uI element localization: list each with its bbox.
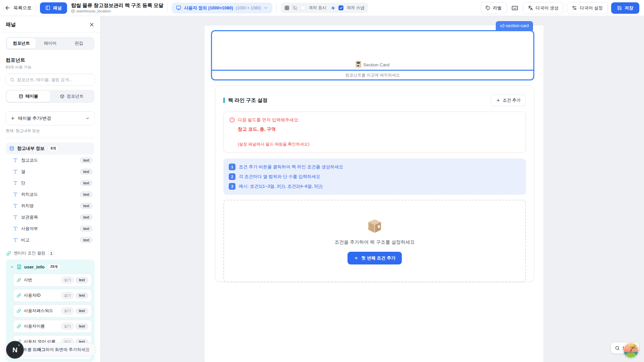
join-group-header[interactable]: user_info 29개 xyxy=(8,262,92,274)
drop-zone-hint[interactable]: 컴포넌트를 이곳에 배치하세요 xyxy=(212,71,533,79)
field-type-badge: text xyxy=(80,203,93,209)
required-fields-warning: 다음 필드를 먼저 입력해주세요: 창고 코드, 층, 구역 (설정 패널에서 … xyxy=(223,112,526,153)
divider xyxy=(36,4,36,12)
box-icon xyxy=(60,94,64,99)
field-row[interactable]: 보관품목 text xyxy=(6,212,95,223)
instruction-step: 3 예시: 조건1(1~3열, 3단), 조건2(4~6열, 5단) xyxy=(229,183,521,190)
eye-off-icon xyxy=(292,5,298,10)
field-row[interactable]: 열 text xyxy=(6,166,95,177)
tab-edit[interactable]: 편집 xyxy=(64,38,93,49)
grid-snap-checkbox[interactable] xyxy=(338,5,343,10)
viewport-select[interactable]: 사용자 정의 (1000×1080) (1000 × 1080) xyxy=(172,3,272,13)
empty-state-message: 조건을 추가하여 렉 구조를 설정하세요 xyxy=(334,239,415,245)
type-text-icon xyxy=(13,192,18,197)
alert-circle-icon xyxy=(229,117,235,123)
section-card-component[interactable]: Section Card 컴포넌트를 이곳에 배치하세요 xyxy=(211,30,534,80)
grid-show-label: 격자 표시 xyxy=(309,5,326,11)
type-text-icon xyxy=(13,169,18,174)
search-icon xyxy=(10,77,14,82)
link-icon xyxy=(17,309,21,313)
divider xyxy=(276,4,277,12)
join-field-row[interactable]: 사용자ID 읽기text xyxy=(13,289,92,302)
keyboard-shortcuts-button[interactable] xyxy=(510,3,520,13)
component-tag: v2-section-card xyxy=(496,21,533,31)
field-type-badge: text xyxy=(75,308,88,314)
sidebar-title: 패널 xyxy=(6,21,16,28)
type-text-icon xyxy=(13,215,18,220)
join-columns-header: 엔티티 조인 컬럼 1 xyxy=(6,250,94,256)
database-icon xyxy=(19,94,23,99)
warning-note: (설정 패널에서 필드 매핑을 확인하세요) xyxy=(238,141,520,147)
divider xyxy=(167,4,168,12)
conditions-empty-state: 조건을 추가하여 렉 구조를 설정하세요 첫 번째 조건 추가 xyxy=(223,200,526,282)
add-first-condition-button[interactable]: 첫 번째 조건 추가 xyxy=(347,252,402,264)
tag-icon xyxy=(486,6,490,10)
building-icon xyxy=(17,264,21,269)
field-type-badge: text xyxy=(75,293,88,299)
plus-icon xyxy=(10,116,15,121)
magnifier-icon xyxy=(615,346,620,351)
database-icon xyxy=(9,146,14,151)
rack-structure-card: 렉 라인 구조 설정 조건 추가 다음 필드를 먼저 입력해주세요: 창고 코드… xyxy=(215,85,534,282)
field-row[interactable]: 사용여부 text xyxy=(6,223,95,234)
join-field-row[interactable]: 사용자이름 읽기text xyxy=(13,320,92,333)
field-row[interactable]: 창고코드 text xyxy=(6,155,95,166)
page-title: 탑씰 물류 창고정보관리 렉 구조 등록 모달 xyxy=(71,2,163,8)
toggle-components[interactable]: 컴포넌트 xyxy=(50,91,94,102)
search-input[interactable] xyxy=(17,77,91,82)
field-type-badge: text xyxy=(80,157,93,163)
accent-bar xyxy=(223,98,225,103)
field-row[interactable]: 위치코드 text xyxy=(6,189,95,200)
grid-snap-label: 격자 스냅 xyxy=(346,5,364,11)
plus-icon xyxy=(496,98,500,103)
join-group-name: user_info xyxy=(24,264,45,269)
field-type-badge: text xyxy=(80,214,93,220)
join-field-row[interactable]: 사용자패스워드 읽기text xyxy=(13,304,92,317)
table-group-row[interactable]: 창고내부 정보 8개 xyxy=(6,142,95,155)
grid-controls: 격자 표시 격자 스냅 xyxy=(281,3,368,13)
panel-sidebar: 패널 컴포넌트 레이어 편집 컴포넌트 83개 사용 가능 테이블 xyxy=(0,16,101,362)
field-row[interactable]: 단 text xyxy=(6,177,95,189)
viewport-size: (1000 × 1080) xyxy=(236,6,261,10)
field-row[interactable]: 비고 text xyxy=(6,234,95,246)
current-table-note: 현재: 창고내부 정보 xyxy=(6,128,95,133)
join-field-row[interactable]: 사번 읽기text xyxy=(13,274,92,287)
tab-layers[interactable]: 레이어 xyxy=(36,38,65,49)
chevron-down-icon xyxy=(264,6,268,10)
n-logo-badge[interactable]: N xyxy=(6,341,24,359)
tab-components[interactable]: 컴포넌트 xyxy=(7,38,36,49)
label-button[interactable]: 라벨 xyxy=(481,2,507,14)
toggle-tables[interactable]: 테이블 xyxy=(7,91,50,102)
step-number: 3 xyxy=(229,183,235,190)
panel-toggle-button[interactable]: 패널 xyxy=(40,2,67,14)
instruction-step: 1 조건 추가 버튼을 클릭하여 렉 라인 조건을 생성하세요 xyxy=(229,164,521,170)
i18n-settings-button[interactable]: 다국어 설정 xyxy=(567,2,608,14)
back-to-list-button[interactable]: 목록으로 xyxy=(5,5,32,11)
access-badge: 읽기 xyxy=(61,323,74,330)
topbar: 목록으로 패널 탑씰 물류 창고정보관리 렉 구조 등록 모달 warehous… xyxy=(0,0,644,16)
grid-show-checkbox[interactable] xyxy=(301,5,306,10)
package-icon xyxy=(366,218,383,234)
design-canvas[interactable]: v2-section-card Section Card 컴포넌트를 이곳에 배… xyxy=(205,25,543,362)
table-group-name: 창고내부 정보 xyxy=(17,145,45,152)
step-number: 2 xyxy=(229,173,235,180)
field-type-badge: text xyxy=(80,191,93,197)
field-row[interactable]: 위치명 text xyxy=(6,200,95,212)
field-type-badge: text xyxy=(80,226,93,232)
i18n-generate-button[interactable]: 다국어 생성 xyxy=(523,2,564,14)
sidebar-tabs: 컴포넌트 레이어 편집 xyxy=(6,37,95,50)
instruction-step: 2 각 조건마다 열 범위와 단 수를 입력하세요 xyxy=(229,173,521,180)
add-table-dropdown[interactable]: 테이블 추가/변경 xyxy=(6,111,95,125)
island-widget-button[interactable] xyxy=(623,343,639,358)
add-condition-button[interactable]: 조건 추가 xyxy=(491,95,526,106)
access-badge: 읽기 xyxy=(61,277,74,284)
source-toggle: 테이블 컴포넌트 xyxy=(6,90,95,103)
chevron-down-icon xyxy=(85,116,90,121)
warning-text: 다음 필드를 먼저 입력해주세요: xyxy=(238,117,299,123)
monitor-icon xyxy=(176,5,181,10)
grid-icon xyxy=(284,5,289,10)
languages-icon xyxy=(528,5,533,10)
save-button[interactable]: 저장 xyxy=(611,2,639,14)
arrow-left-icon xyxy=(5,5,10,11)
close-icon[interactable] xyxy=(89,22,95,27)
